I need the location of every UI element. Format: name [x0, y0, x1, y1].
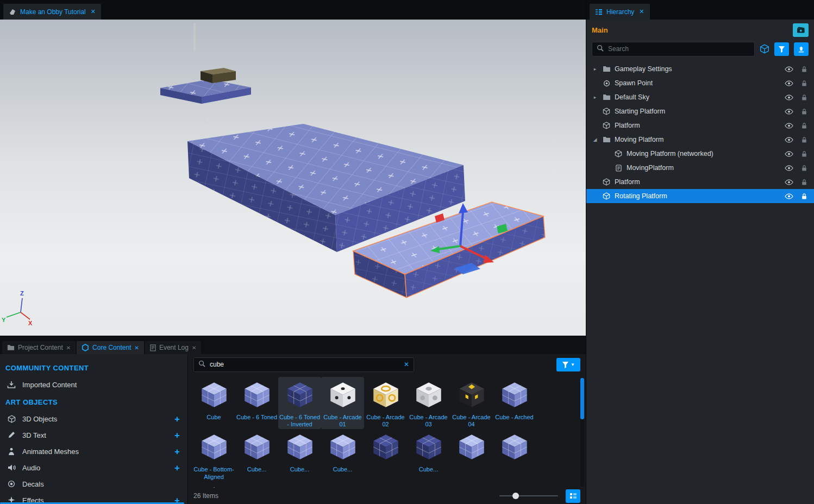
hierarchy-row-platform[interactable]: Platform	[586, 118, 814, 133]
hierarchy-tab[interactable]: Hierarchy ✕	[590, 4, 650, 20]
cube-thumbnail	[498, 380, 531, 410]
hierarchy-row-moving-platform[interactable]: ◢Moving Platform	[586, 133, 814, 147]
asset-label: Cube - Arcade 02	[365, 414, 406, 428]
asset-item[interactable]: Cube - Arcade 01	[321, 377, 364, 429]
visibility-eye-icon[interactable]	[784, 179, 794, 185]
scene-tab[interactable]: Make an Obby Tutorial ✕	[3, 4, 101, 20]
sidebar-item-imported-content[interactable]: Imported Content	[0, 376, 187, 393]
cube-thumbnail	[455, 380, 489, 410]
sidebar-item-3d-text[interactable]: 3D Text+	[0, 427, 187, 443]
asset-label: Cube	[193, 414, 235, 421]
core-logo-icon	[9, 8, 16, 16]
scrollbar-thumb[interactable]	[580, 378, 584, 419]
sidebar-item-3d-objects[interactable]: 3D Objects+	[0, 411, 187, 427]
visibility-eye-icon[interactable]	[784, 137, 794, 143]
asset-item[interactable]: Cube...	[321, 429, 364, 481]
asset-filter-button[interactable]: ▼	[556, 358, 580, 371]
lock-icon[interactable]	[800, 80, 809, 87]
asset-item[interactable]: Cube	[192, 377, 235, 429]
clear-search-icon[interactable]: ✕	[404, 361, 409, 368]
add-button[interactable]: +	[174, 447, 180, 456]
close-icon[interactable]: ✕	[134, 345, 139, 351]
lock-icon[interactable]	[800, 66, 809, 73]
scene-camera-button[interactable]	[793, 23, 809, 37]
asset-item[interactable]: Cube - 6 Toned - Inverted	[278, 377, 321, 429]
asset-searchbox[interactable]: ✕	[193, 357, 414, 372]
sidebar-item-animated-meshes[interactable]: Animated Meshes+	[0, 443, 187, 459]
axis-z-label: Z	[20, 290, 24, 297]
sidebar-item-audio[interactable]: Audio+	[0, 459, 187, 476]
cube3d-icon	[7, 415, 16, 423]
lock-icon[interactable]	[800, 165, 809, 172]
visibility-eye-icon[interactable]	[784, 165, 794, 171]
grid-scrollbar[interactable]	[580, 378, 584, 487]
asset-search-input[interactable]	[209, 360, 400, 369]
lock-icon[interactable]	[800, 193, 809, 200]
viewport-3d-scene[interactable]: Z Y X	[0, 20, 586, 336]
app-window: Make an Obby Tutorial ✕	[0, 0, 814, 504]
visibility-eye-icon[interactable]	[784, 80, 794, 86]
visibility-eye-icon[interactable]	[784, 66, 794, 72]
lock-icon[interactable]	[800, 150, 809, 158]
scene-context-label: Main	[592, 26, 608, 34]
visibility-eye-icon[interactable]	[784, 94, 794, 100]
hierarchy-row-spawn-point[interactable]: Spawn Point	[586, 76, 814, 90]
close-icon[interactable]: ✕	[192, 345, 196, 351]
visibility-eye-icon[interactable]	[784, 193, 794, 199]
hierarchy-row-platform[interactable]: Platform	[586, 175, 814, 189]
sidebar-item-decals[interactable]: Decals	[0, 476, 187, 492]
asset-item[interactable]: Cube - Arcade 04	[450, 377, 493, 429]
add-button[interactable]: +	[174, 414, 180, 424]
asset-item[interactable]: Cube - Bottom-Aligned	[192, 429, 235, 481]
asset-item[interactable]	[493, 429, 536, 481]
asset-item[interactable]	[364, 429, 407, 481]
lock-icon[interactable]	[800, 179, 809, 186]
hierarchy-searchbox[interactable]	[592, 42, 755, 56]
hierarchy-row-moving-platform-networked[interactable]: Moving Platform (networked)	[586, 147, 814, 161]
asset-item[interactable]: Cube...	[192, 482, 235, 488]
hierarchy-filter-button[interactable]	[774, 42, 789, 56]
expander-collapsed-icon[interactable]: ▸	[592, 66, 598, 72]
asset-item[interactable]: Cube...	[235, 429, 278, 481]
asset-item[interactable]: Cube - Arcade 03	[407, 377, 450, 429]
hierarchy-collapse-button[interactable]	[794, 42, 809, 56]
add-button[interactable]: +	[174, 463, 180, 472]
visibility-eye-icon[interactable]	[784, 123, 794, 129]
lock-icon[interactable]	[800, 94, 809, 101]
tab-core-content[interactable]: Core Content✕	[77, 341, 144, 354]
lock-icon[interactable]	[800, 122, 809, 129]
lock-icon[interactable]	[800, 108, 809, 115]
asset-item[interactable]: Cube - Arcade 02	[364, 377, 407, 429]
view-toggle-button[interactable]	[566, 489, 580, 503]
hierarchy-search-input[interactable]	[607, 45, 750, 53]
expander-expanded-icon[interactable]: ◢	[592, 137, 598, 142]
asset-item[interactable]: Cube - 6 Toned	[235, 377, 278, 429]
asset-item[interactable]: Cube - Arched	[493, 377, 536, 429]
asset-item[interactable]	[235, 482, 278, 488]
mesh-icon	[7, 448, 16, 456]
viewport[interactable]: Z Y X	[0, 20, 586, 336]
focus-object-icon[interactable]	[760, 44, 769, 54]
asset-item[interactable]: Cube...	[407, 429, 450, 481]
hierarchy-tree: ▸Gameplay SettingsSpawn Point▸Default Sk…	[586, 58, 814, 504]
tab-event-log[interactable]: Event Log✕	[145, 341, 201, 354]
add-button[interactable]: +	[174, 431, 180, 440]
hierarchy-row-gameplay-settings[interactable]: ▸Gameplay Settings	[586, 62, 814, 76]
tab-project-content[interactable]: Project Content✕	[2, 341, 76, 354]
scene-tab-label: Make an Obby Tutorial	[20, 8, 86, 16]
asset-item[interactable]: Cube...	[278, 429, 321, 481]
visibility-eye-icon[interactable]	[784, 109, 794, 115]
close-icon[interactable]: ✕	[91, 8, 96, 15]
close-icon[interactable]: ✕	[66, 345, 71, 351]
hierarchy-row-default-sky[interactable]: ▸Default Sky	[586, 90, 814, 104]
lock-icon[interactable]	[800, 136, 809, 143]
expander-collapsed-icon[interactable]: ▸	[592, 94, 598, 100]
visibility-eye-icon[interactable]	[784, 151, 794, 157]
close-icon[interactable]: ✕	[639, 8, 644, 15]
hierarchy-row-movingplatform[interactable]: MovingPlatform	[586, 161, 814, 175]
slider-knob[interactable]	[512, 493, 519, 499]
thumbnail-size-slider[interactable]	[499, 495, 558, 496]
asset-item[interactable]	[450, 429, 493, 481]
hierarchy-row-rotating-platform[interactable]: Rotating Platform	[586, 189, 814, 203]
hierarchy-row-starting-platform[interactable]: Starting Platform	[586, 104, 814, 118]
